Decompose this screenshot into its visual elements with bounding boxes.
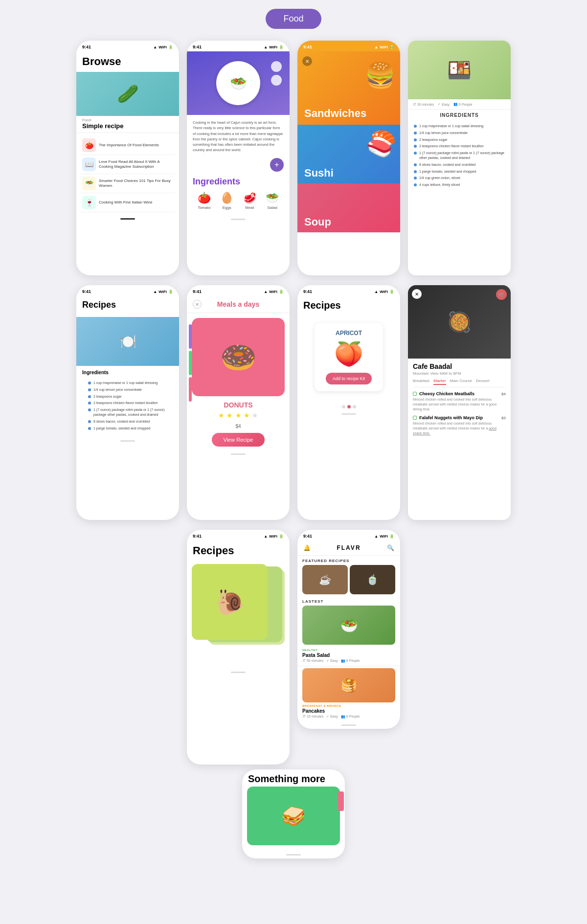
tab-starter[interactable]: Starter (433, 379, 446, 385)
panel-hero-image: 🍱 (408, 41, 511, 99)
status-bar-1: 9:41 ▲ WiFi 🔋 (76, 41, 179, 51)
underline-text: good snack time. (413, 427, 497, 435)
soup-category[interactable]: Soup (297, 183, 400, 232)
tab-breakfast[interactable]: Breakfast (413, 379, 429, 385)
sushi-category[interactable]: Sushi 🍣 (297, 125, 400, 183)
list-item[interactable]: 🥗 Smarter Food Choices 101 Tips For Busy… (80, 174, 175, 193)
star-3: ★ (235, 411, 242, 419)
view-recipe-button[interactable]: View Recipe (212, 433, 265, 447)
cafe-cart-button[interactable]: 🛒 (496, 289, 507, 300)
ingredient-salad[interactable]: 🥗 Salad (266, 192, 279, 210)
signal-icon-5: ▲ (153, 290, 157, 294)
burger-emoji: 🍔 (365, 61, 395, 90)
signal-icon-10: ▲ (374, 534, 378, 539)
time-meta: ⏱ 30 minutes (413, 102, 434, 106)
status-bar-6: 9:41 ▲ WiFi 🔋 (187, 285, 290, 296)
ingredient-eggs[interactable]: 🥚 Eggs (220, 192, 233, 210)
bullet-dot (414, 177, 417, 180)
screen-apricot: 9:41 ▲ WiFi 🔋 Recipes APRICOT 🍑 Add to r… (297, 285, 400, 520)
item-icon-2: 📖 (82, 158, 96, 171)
add-to-recipe-button[interactable]: Add to recipe Kit (326, 373, 372, 384)
ingredient-meat[interactable]: 🥩 Meat (243, 192, 256, 210)
battery-icon-3: 🔋 (389, 45, 394, 49)
status-icons-1: ▲ WiFi 🔋 (153, 45, 173, 49)
tab-dessert[interactable]: Dessert (476, 379, 490, 385)
menu-item-2: Falafel Nuggets with Mayo Dip $3 Minced … (413, 415, 506, 435)
menu-item-name-1: Cheesy Chicken Meatballs (419, 391, 474, 396)
ingredient-item: 2 teaspoons sugar (88, 393, 167, 400)
meals-close-button[interactable]: ✕ (193, 300, 202, 309)
lime-title-area: Recipes (187, 541, 290, 559)
status-bar-5: 9:41 ▲ WiFi 🔋 (76, 285, 179, 296)
featured-image-2[interactable]: 🍵 (350, 565, 395, 594)
signal-icon-3: ▲ (374, 45, 378, 49)
wifi-icon-6: WiFi (269, 290, 277, 294)
tomato-emoji: 🍅 (198, 192, 211, 204)
status-bar-7: 9:41 ▲ WiFi 🔋 (297, 285, 400, 296)
status-icons-10: ▲ WiFi 🔋 (374, 534, 394, 539)
ingredient-tomato[interactable]: 🍅 Tomato (198, 192, 211, 210)
apricot-image-area: APRICOT 🍑 Add to recipe Kit (297, 313, 400, 401)
pasta-people: 👥 8 People (341, 659, 360, 663)
tab-maincourse[interactable]: Main Course (450, 379, 472, 385)
ingredients-body: Cooking in the heart of Cajun country is… (187, 115, 290, 215)
bell-icon[interactable]: 🔔 (303, 544, 311, 551)
salad-label: Salad (266, 205, 279, 210)
ingredients-title: INGREDIENTS (408, 110, 511, 121)
something-more-row: Something more 🥪 (0, 769, 587, 868)
something-more-card: 🥪 (247, 787, 340, 845)
browse-list: 🍅 The Importance Of Food Elements 📖 Love… (76, 133, 179, 215)
menu-item-header-2: Falafel Nuggets with Mayo Dip $3 (413, 415, 506, 420)
wifi-icon-5: WiFi (158, 290, 167, 294)
ingredient-text: 8 slices bacon, cooked and crumbled (93, 419, 150, 424)
list-item[interactable]: 📖 Love Food Read All About It With A Coo… (80, 155, 175, 174)
sandwiches-title: Sandwiches (304, 107, 366, 120)
sushi-emoji: 🍣 (366, 130, 396, 158)
food-badge-button[interactable]: Food (266, 9, 321, 29)
row-2: 9:41 ▲ WiFi 🔋 Recipes 🍽️ Ingredients 1 c… (0, 285, 587, 530)
signal-icon-6: ▲ (264, 290, 268, 294)
browse-category-label: Food (76, 116, 179, 122)
apricot-card: APRICOT 🍑 Add to recipe Kit (315, 323, 383, 391)
wifi-icon-9: WiFi (269, 534, 277, 539)
home-indicator-6 (231, 453, 246, 455)
screen-meals: 9:41 ▲ WiFi 🔋 ✕ Meals a days 🍩 DONUTS ★ … (187, 285, 290, 520)
pancakes-image[interactable]: 🥞 (302, 668, 395, 702)
battery-icon-9: 🔋 (279, 534, 284, 539)
screen-something-more: Something more 🥪 (242, 769, 345, 858)
lastest-label: LASTEST (297, 597, 400, 606)
sandwiches-category[interactable]: ✕ Sandwiches 🍔 (297, 51, 400, 125)
pasta-meta: ⏱ 50 minutes ✓ Easy 👥 8 People (302, 659, 395, 663)
featured-image-1[interactable]: ☕ (302, 565, 348, 594)
row-3: 9:41 ▲ WiFi 🔋 Recipes 🐌 9:41 ▲ W (0, 530, 587, 774)
bullet-dot (88, 388, 91, 391)
something-more-green-card: 🥪 (247, 787, 340, 845)
time-2: 9:41 (193, 45, 202, 49)
pink-tab (338, 791, 344, 811)
ingredient-text: 1 (7 ounce) package rotini pasta or 1 (7… (93, 407, 167, 417)
cafe-close-button[interactable]: ✕ (412, 289, 422, 299)
sandwich-emoji: 🥪 (281, 805, 306, 828)
battery-icon-5: 🔋 (168, 290, 173, 294)
add-button[interactable]: + (270, 158, 284, 172)
status-icons-6: ▲ WiFi 🔋 (264, 290, 284, 294)
battery-icon: 🔋 (168, 45, 173, 49)
tomato-label: Tomato (198, 205, 211, 210)
pasta-salad-image[interactable]: 🥗 (302, 606, 395, 645)
difficulty-meta: ✓ Easy (438, 102, 450, 106)
item-icon-4: 🍷 (82, 196, 96, 209)
status-icons-3: ▲ WiFi 🔋 (374, 45, 394, 49)
panel-cafe: 🥘 ✕ 🛒 Cafe Baadal Mountain View 9AM to 9… (408, 285, 511, 520)
ingredient-item: 1 (7 ounce) package rotini pasta or 1 (7… (414, 150, 505, 161)
eggs-label: Eggs (220, 205, 233, 210)
ingredient-item: 1 cup mayonnaise or 1 cup salad dressing (414, 123, 505, 130)
list-item[interactable]: 🍷 Cooking With Fine Italian Wine (80, 193, 175, 212)
battery-icon-6: 🔋 (279, 290, 284, 294)
item-text-2: Love Food Read All About It With A Cooki… (99, 159, 173, 170)
wifi-icon-2: WiFi (269, 45, 277, 49)
close-button-categories[interactable]: ✕ (302, 56, 312, 66)
star-5: ★ (252, 411, 258, 419)
search-icon[interactable]: 🔍 (387, 544, 394, 551)
list-item[interactable]: 🍅 The Importance Of Food Elements (80, 136, 175, 155)
screen-recipes-plate: 9:41 ▲ WiFi 🔋 Recipes 🍽️ Ingredients 1 c… (76, 285, 179, 520)
